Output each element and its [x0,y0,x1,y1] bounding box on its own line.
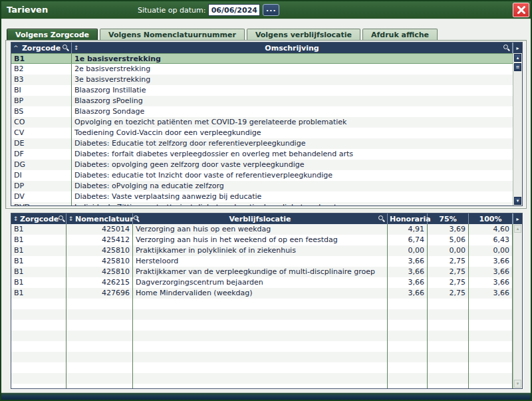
search-icon[interactable] [503,45,510,51]
nomenclatuur-cell: 425810 [66,256,133,267]
column-label: 75% [430,214,466,224]
more-columns-button[interactable]: ▸ [513,43,522,53]
column-header-honoraria[interactable]: Honoraria [388,213,428,224]
tarief-row[interactable]: B1425810Praktijkkamer in polykliniek of … [11,245,513,256]
tarief-row[interactable]: B1427696Home Mindervaliden (weekdag)3,66… [11,288,513,299]
search-icon[interactable] [378,215,385,222]
zorgcode-row[interactable]: DFDiabetes: forfait diabetes verpleegdos… [11,149,513,160]
omschrijving-cell: Diabetes: opvolging geen zelfzorg door v… [72,160,513,170]
more-columns-button[interactable]: ▸ [513,213,522,224]
p75-cell [428,373,469,384]
nomenclatuur-cell: 425014 [66,224,133,235]
zorgcode-cell: B1 [11,235,66,245]
zorgcode-cell: B1 [11,267,66,277]
p100-cell: 3,66 [469,277,513,288]
zorgcode-row[interactable]: BPBlaaszorg sPoeling [11,96,513,106]
scroll-down-icon[interactable]: ▾ [514,197,521,205]
p75-cell [428,352,469,362]
omschrijving-cell: Diabetes: Vaste verplaatsing aanwezig bi… [72,192,513,202]
p75-cell: 5,06 [428,235,469,245]
column-header-75[interactable]: 75% [428,213,469,224]
p75-cell: 0,00 [428,245,469,256]
scroll-up-icon[interactable]: ▴ [514,225,521,233]
zorgcode-row[interactable]: DVDIndividuele Zitting opstarttraject di… [11,202,513,205]
tab-volgens-zorgcode[interactable]: Volgens Zorgcode [7,29,98,41]
nomenclatuur-cell [66,320,133,331]
zorgcode-cell: DVD [11,202,72,205]
zorgcode-cell [11,320,66,331]
column-header-verblijfslocatie[interactable]: ↕ Verblijfslocatie [133,213,388,224]
tarieven-table-body: B1425014Verzorging aan huis op een weekd… [11,224,513,388]
zorgcode-cell [11,362,66,373]
nomenclatuur-cell [66,373,133,384]
zorgcode-cell [11,309,66,320]
tarief-row[interactable]: B1425412Verzorging aan huis in het weeke… [11,235,513,245]
zorgcode-row[interactable]: B22e basisverstrekking [11,64,513,74]
date-browse-button[interactable]: ... [263,4,279,16]
honoraria-cell: 0,00 [388,245,428,256]
empty-row [11,373,513,384]
omschrijving-cell: Diabetes: forfait diabetes verpleegdossi… [72,149,513,160]
zorgcode-cell [11,373,66,384]
honoraria-cell [388,362,428,373]
window-bottom-bar [1,392,531,400]
zorgcode-scrollbar[interactable]: ▴ ≡ ▾ [513,53,522,205]
p100-cell: 4,60 [469,224,513,235]
p75-cell: 2,75 [428,267,469,277]
tarief-row[interactable]: B1425810Hersteloord3,662,753,66 [11,256,513,267]
p100-cell [469,384,513,388]
omschrijving-cell: Opvolging en toezicht patiënten met COVI… [72,117,513,128]
column-header-omschrijving[interactable]: ↕ Omschrijving [72,43,513,53]
zorgcode-row[interactable]: DPDiabetes: oPvolging na educatie zelfzo… [11,181,513,192]
omschrijving-cell: Diabetes: oPvolging na educatie zelfzorg [72,181,513,192]
empty-row [11,362,513,373]
zorgcode-row[interactable]: BIBlaaszorg Instillatie [11,85,513,96]
column-header-100[interactable]: 100% [469,213,513,224]
zorgcode-cell: B1 [11,277,66,288]
tab-afdruk-affiche[interactable]: Afdruk affiche [362,29,438,41]
tarief-row[interactable]: B1425810Praktijkkamer van de verpleegkun… [11,267,513,277]
nomenclatuur-cell: 425810 [66,267,133,277]
honoraria-cell: 3,66 [388,256,428,267]
zorgcode-row[interactable]: DEDiabetes: Educatie tot zelfzorg door r… [11,138,513,149]
scroll-thumb-icon[interactable]: ≡ [514,63,521,71]
omschrijving-cell: Toediening Covid-Vaccin door een verplee… [72,128,513,138]
zorgcode-row[interactable]: DGDiabetes: opvolging geen zelfzorg door… [11,160,513,170]
zorgcode-row[interactable]: CVToediening Covid-Vaccin door een verpl… [11,128,513,138]
nomenclatuur-cell: 426215 [66,277,133,288]
zorgcode-row[interactable]: B33e basisverstrekking [11,74,513,85]
scroll-down-icon[interactable]: ▾ [514,380,521,388]
p100-cell [469,309,513,320]
zorgcode-cell: DG [11,160,72,170]
verblijfslocatie-cell: Praktijkkamer in polykliniek of in zieke… [133,245,388,256]
zorgcode-row[interactable]: DIDiabetes: educatie tot Inzicht door va… [11,170,513,181]
p100-cell [469,373,513,384]
zorgcode-row[interactable]: BSBlaaszorg Sondage [11,106,513,117]
search-icon[interactable] [59,215,65,222]
p75-cell [428,299,469,309]
column-header-zorgcode[interactable]: ↕ Zorgcode [11,213,66,224]
verblijfslocatie-cell [133,299,388,309]
search-icon[interactable] [63,45,69,51]
honoraria-cell [388,384,428,388]
zorgcode-row[interactable]: DVDiabetes: Vaste verplaatsing aanwezig … [11,192,513,202]
zorgcode-row[interactable]: COOpvolging en toezicht patiënten met CO… [11,117,513,128]
nomenclatuur-cell: 425810 [66,245,133,256]
tarieven-scrollbar[interactable]: ▴ ▾ [513,224,522,388]
zorgcode-row[interactable]: B11e basisverstrekking [11,53,513,64]
column-header-nomenclatuur[interactable]: ↕ Nomenclatuur [66,213,133,224]
nomenclatuur-cell [66,362,133,373]
honoraria-cell [388,320,428,331]
omschrijving-cell: Blaaszorg Instillatie [72,85,513,96]
scroll-up-icon[interactable]: ▴ [514,54,521,62]
date-input[interactable] [208,4,260,16]
tarief-row[interactable]: B1426215Dagverzorgingscentrum bejaarden3… [11,277,513,288]
column-header-zorgcode[interactable]: ^ Zorgcode [11,43,72,53]
tab-volgens-nomenclatuurnummer[interactable]: Volgens Nomenclatuurnummer [100,29,245,41]
zorgcode-cell: DV [11,192,72,202]
tab-volgens-verblijfslocatie[interactable]: Volgens verblijfslocatie [247,29,360,41]
empty-row [11,309,513,320]
tarief-row[interactable]: B1425014Verzorging aan huis op een weekd… [11,224,513,235]
close-button[interactable] [513,3,529,17]
p100-cell: 6,43 [469,235,513,245]
